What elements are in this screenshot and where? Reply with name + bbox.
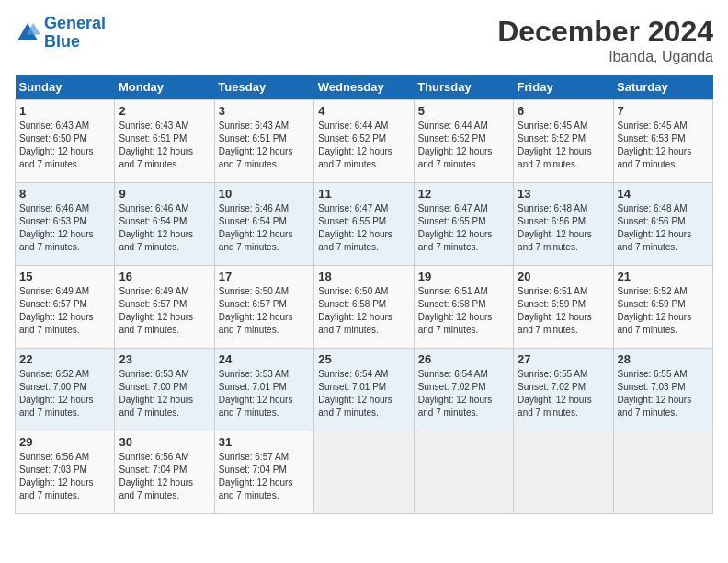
logo-text: General Blue xyxy=(44,15,106,52)
day-number: 6 xyxy=(518,104,609,118)
day-number: 27 xyxy=(518,352,609,366)
table-cell: 9Sunrise: 6:46 AM Sunset: 6:54 PM Daylig… xyxy=(115,183,214,266)
day-number: 16 xyxy=(119,270,210,283)
table-cell: 1Sunrise: 6:43 AM Sunset: 6:50 PM Daylig… xyxy=(16,100,115,183)
col-saturday: Saturday xyxy=(613,75,712,100)
table-cell: 2Sunrise: 6:43 AM Sunset: 6:51 PM Daylig… xyxy=(115,100,214,183)
table-cell: 27Sunrise: 6:55 AM Sunset: 7:02 PM Dayli… xyxy=(514,349,613,431)
day-number: 10 xyxy=(219,187,310,201)
calendar-week-row: 22Sunrise: 6:52 AM Sunset: 7:00 PM Dayli… xyxy=(16,349,713,431)
calendar-table: Sunday Monday Tuesday Wednesday Thursday… xyxy=(15,75,713,514)
table-cell: 21Sunrise: 6:52 AM Sunset: 6:59 PM Dayli… xyxy=(613,266,712,349)
day-number: 1 xyxy=(19,104,110,118)
day-info: Sunrise: 6:46 AM Sunset: 6:54 PM Dayligh… xyxy=(119,202,210,254)
table-cell xyxy=(514,431,613,514)
day-number: 26 xyxy=(418,352,509,366)
day-number: 9 xyxy=(119,187,210,201)
col-thursday: Thursday xyxy=(414,75,513,100)
day-info: Sunrise: 6:43 AM Sunset: 6:51 PM Dayligh… xyxy=(119,120,210,171)
day-info: Sunrise: 6:52 AM Sunset: 7:00 PM Dayligh… xyxy=(19,368,110,419)
day-number: 11 xyxy=(318,187,409,201)
day-info: Sunrise: 6:48 AM Sunset: 6:56 PM Dayligh… xyxy=(518,202,609,254)
day-info: Sunrise: 6:44 AM Sunset: 6:52 PM Dayligh… xyxy=(318,120,409,171)
table-cell: 4Sunrise: 6:44 AM Sunset: 6:52 PM Daylig… xyxy=(314,100,414,183)
table-cell: 7Sunrise: 6:45 AM Sunset: 6:53 PM Daylig… xyxy=(613,100,712,183)
logo: General Blue xyxy=(15,15,106,52)
table-cell: 3Sunrise: 6:43 AM Sunset: 6:51 PM Daylig… xyxy=(214,100,313,183)
table-cell: 22Sunrise: 6:52 AM Sunset: 7:00 PM Dayli… xyxy=(16,349,115,431)
day-number: 14 xyxy=(618,187,709,201)
table-cell: 30Sunrise: 6:56 AM Sunset: 7:04 PM Dayli… xyxy=(115,431,214,514)
day-info: Sunrise: 6:43 AM Sunset: 6:50 PM Dayligh… xyxy=(19,120,110,171)
calendar-week-row: 29Sunrise: 6:56 AM Sunset: 7:03 PM Dayli… xyxy=(16,431,713,514)
table-cell: 29Sunrise: 6:56 AM Sunset: 7:03 PM Dayli… xyxy=(16,431,115,514)
day-info: Sunrise: 6:54 AM Sunset: 7:01 PM Dayligh… xyxy=(318,368,409,419)
day-number: 31 xyxy=(219,435,310,449)
day-info: Sunrise: 6:45 AM Sunset: 6:52 PM Dayligh… xyxy=(518,120,609,171)
day-number: 18 xyxy=(318,270,409,283)
calendar-week-row: 1Sunrise: 6:43 AM Sunset: 6:50 PM Daylig… xyxy=(16,100,713,183)
table-cell xyxy=(314,431,414,514)
calendar-week-row: 15Sunrise: 6:49 AM Sunset: 6:57 PM Dayli… xyxy=(16,266,713,349)
day-info: Sunrise: 6:55 AM Sunset: 7:02 PM Dayligh… xyxy=(518,368,609,419)
day-info: Sunrise: 6:45 AM Sunset: 6:53 PM Dayligh… xyxy=(618,120,709,171)
col-tuesday: Tuesday xyxy=(214,75,313,100)
table-cell: 12Sunrise: 6:47 AM Sunset: 6:55 PM Dayli… xyxy=(414,183,513,266)
table-cell: 14Sunrise: 6:48 AM Sunset: 6:56 PM Dayli… xyxy=(613,183,712,266)
day-number: 22 xyxy=(19,352,110,366)
col-sunday: Sunday xyxy=(16,75,115,100)
day-number: 2 xyxy=(119,104,210,118)
table-cell: 11Sunrise: 6:47 AM Sunset: 6:55 PM Dayli… xyxy=(314,183,414,266)
day-number: 7 xyxy=(618,104,709,118)
day-number: 4 xyxy=(318,104,409,118)
day-info: Sunrise: 6:50 AM Sunset: 6:57 PM Dayligh… xyxy=(219,285,310,337)
day-info: Sunrise: 6:46 AM Sunset: 6:53 PM Dayligh… xyxy=(19,202,110,254)
page-subtitle: Ibanda, Uganda xyxy=(497,49,713,65)
table-cell: 18Sunrise: 6:50 AM Sunset: 6:58 PM Dayli… xyxy=(314,266,414,349)
day-number: 19 xyxy=(418,270,509,283)
day-info: Sunrise: 6:43 AM Sunset: 6:51 PM Dayligh… xyxy=(219,120,310,171)
day-info: Sunrise: 6:51 AM Sunset: 6:59 PM Dayligh… xyxy=(518,285,609,337)
calendar-week-row: 8Sunrise: 6:46 AM Sunset: 6:53 PM Daylig… xyxy=(16,183,713,266)
day-info: Sunrise: 6:48 AM Sunset: 6:56 PM Dayligh… xyxy=(618,202,709,254)
day-number: 23 xyxy=(119,352,210,366)
col-monday: Monday xyxy=(115,75,214,100)
day-number: 30 xyxy=(119,435,210,449)
day-info: Sunrise: 6:47 AM Sunset: 6:55 PM Dayligh… xyxy=(418,202,509,254)
day-info: Sunrise: 6:46 AM Sunset: 6:54 PM Dayligh… xyxy=(219,202,310,254)
table-cell: 17Sunrise: 6:50 AM Sunset: 6:57 PM Dayli… xyxy=(214,266,313,349)
day-number: 15 xyxy=(19,270,110,283)
day-info: Sunrise: 6:49 AM Sunset: 6:57 PM Dayligh… xyxy=(19,285,110,337)
day-info: Sunrise: 6:47 AM Sunset: 6:55 PM Dayligh… xyxy=(318,202,409,254)
day-info: Sunrise: 6:55 AM Sunset: 7:03 PM Dayligh… xyxy=(618,368,709,419)
table-cell: 15Sunrise: 6:49 AM Sunset: 6:57 PM Dayli… xyxy=(16,266,115,349)
page-title: December 2024 xyxy=(497,15,713,49)
day-info: Sunrise: 6:53 AM Sunset: 7:01 PM Dayligh… xyxy=(219,368,310,419)
day-info: Sunrise: 6:44 AM Sunset: 6:52 PM Dayligh… xyxy=(418,120,509,171)
table-cell: 23Sunrise: 6:53 AM Sunset: 7:00 PM Dayli… xyxy=(115,349,214,431)
title-block: December 2024 Ibanda, Uganda xyxy=(497,15,713,65)
logo-icon xyxy=(15,20,40,46)
day-info: Sunrise: 6:57 AM Sunset: 7:04 PM Dayligh… xyxy=(219,451,310,502)
day-number: 21 xyxy=(618,270,709,283)
day-number: 3 xyxy=(219,104,310,118)
page-header: General Blue December 2024 Ibanda, Ugand… xyxy=(15,15,713,65)
day-number: 17 xyxy=(219,270,310,283)
table-cell: 26Sunrise: 6:54 AM Sunset: 7:02 PM Dayli… xyxy=(414,349,513,431)
day-info: Sunrise: 6:50 AM Sunset: 6:58 PM Dayligh… xyxy=(318,285,409,337)
day-number: 20 xyxy=(518,270,609,283)
table-cell: 16Sunrise: 6:49 AM Sunset: 6:57 PM Dayli… xyxy=(115,266,214,349)
table-cell: 8Sunrise: 6:46 AM Sunset: 6:53 PM Daylig… xyxy=(16,183,115,266)
day-info: Sunrise: 6:56 AM Sunset: 7:04 PM Dayligh… xyxy=(119,451,210,502)
day-info: Sunrise: 6:49 AM Sunset: 6:57 PM Dayligh… xyxy=(119,285,210,337)
table-cell: 20Sunrise: 6:51 AM Sunset: 6:59 PM Dayli… xyxy=(514,266,613,349)
col-friday: Friday xyxy=(514,75,613,100)
day-info: Sunrise: 6:51 AM Sunset: 6:58 PM Dayligh… xyxy=(418,285,509,337)
day-number: 29 xyxy=(19,435,110,449)
col-wednesday: Wednesday xyxy=(314,75,414,100)
day-info: Sunrise: 6:56 AM Sunset: 7:03 PM Dayligh… xyxy=(19,451,110,502)
day-number: 24 xyxy=(219,352,310,366)
table-cell: 24Sunrise: 6:53 AM Sunset: 7:01 PM Dayli… xyxy=(214,349,313,431)
calendar-header-row: Sunday Monday Tuesday Wednesday Thursday… xyxy=(16,75,713,100)
day-number: 8 xyxy=(19,187,110,201)
